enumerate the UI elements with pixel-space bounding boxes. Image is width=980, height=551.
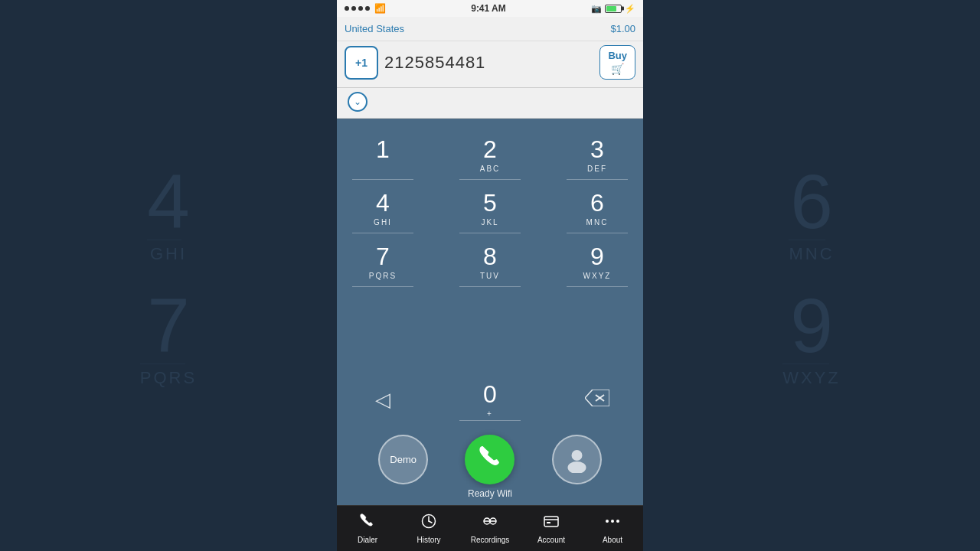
tab-account[interactable]: Account xyxy=(521,506,582,551)
signal-dot-1 xyxy=(345,6,349,11)
back-arrow-icon: ◁ xyxy=(375,388,390,412)
contacts-icon xyxy=(564,446,590,473)
action-row: ◁ 0 + xyxy=(337,375,643,427)
dial-key-9[interactable]: 9 WXYZ xyxy=(567,237,628,287)
delete-button[interactable] xyxy=(567,379,628,421)
wifi-icon: 📶 xyxy=(374,3,386,14)
dial-key-8[interactable]: 8 TUV xyxy=(459,237,521,287)
battery-fill xyxy=(606,6,617,11)
svg-rect-11 xyxy=(544,517,558,527)
bg-left: 4 GHI 7 PQRS xyxy=(0,0,337,551)
top-bar: United States $1.00 xyxy=(337,17,643,41)
dialpad-row-2: 4 GHI 5 JKL 6 MNC xyxy=(352,184,628,233)
country-code-button[interactable]: +1 xyxy=(345,46,378,80)
bg-right: 6 MNC 9 WXYZ xyxy=(643,0,980,551)
svg-point-14 xyxy=(606,520,609,523)
contacts-button[interactable] xyxy=(552,435,602,484)
dialpad: 1 2 ABC 3 DEF 4 GHI 5 xyxy=(337,119,643,375)
tab-account-label: Account xyxy=(537,536,565,544)
dial-key-5[interactable]: 5 JKL xyxy=(459,184,521,233)
bg-digit-4: 4 GHI xyxy=(147,163,190,264)
tab-history-label: History xyxy=(416,536,440,544)
phone-number-display: 2125854481 xyxy=(384,53,593,73)
demo-button[interactable]: Demo xyxy=(378,435,428,484)
signal-dot-2 xyxy=(351,6,356,11)
dial-key-7[interactable]: 7 PQRS xyxy=(352,237,413,287)
signal-dot-3 xyxy=(358,6,363,11)
svg-marker-0 xyxy=(585,390,609,406)
svg-point-15 xyxy=(611,520,614,523)
dialpad-row-1: 1 2 ABC 3 DEF xyxy=(352,130,628,180)
tab-about[interactable]: About xyxy=(582,506,643,551)
bg-digit-6: 6 MNC xyxy=(789,163,834,264)
phone-call-icon xyxy=(478,445,502,474)
chevron-down-button[interactable]: ⌄ xyxy=(348,92,368,112)
tab-history[interactable]: History xyxy=(398,506,459,551)
signal-dot-4 xyxy=(365,6,370,11)
delete-icon xyxy=(585,390,609,411)
dialpad-row-3: 7 PQRS 8 TUV 9 WXYZ xyxy=(352,237,628,287)
battery-icon xyxy=(605,5,622,13)
bg-digit-9: 9 WXYZ xyxy=(782,287,841,388)
bluetooth-icon: 📷 xyxy=(591,4,602,14)
chevron-down-icon: ⌄ xyxy=(354,97,361,106)
svg-line-7 xyxy=(429,521,432,523)
tab-dialer[interactable]: Dialer xyxy=(337,506,398,551)
dial-key-1[interactable]: 1 xyxy=(352,130,413,180)
signal-area: 📶 xyxy=(345,3,386,14)
svg-point-4 xyxy=(567,461,586,473)
dial-key-4[interactable]: 4 GHI xyxy=(352,184,413,233)
svg-point-16 xyxy=(616,520,619,523)
dialer-tab-icon xyxy=(359,513,376,533)
tab-bar: Dialer History xyxy=(337,505,643,551)
tab-recordings-label: Recordings xyxy=(471,536,510,544)
status-bar: 📶 9:41 AM 📷 ⚡ xyxy=(337,0,643,17)
tab-recordings[interactable]: Recordings xyxy=(459,506,521,551)
about-tab-icon xyxy=(604,513,621,533)
dial-key-2[interactable]: 2 ABC xyxy=(459,130,521,180)
phone-container: 📶 9:41 AM 📷 ⚡ United States $1.00 +1 212… xyxy=(337,0,643,551)
dialer-input-row: +1 2125854481 Buy 🛒 xyxy=(337,41,643,88)
ready-label: Ready Wifi xyxy=(337,488,643,505)
history-tab-icon xyxy=(420,513,437,533)
dial-key-3[interactable]: 3 DEF xyxy=(567,130,628,180)
recordings-tab-icon xyxy=(482,513,498,533)
svg-point-3 xyxy=(571,450,582,461)
status-time: 9:41 AM xyxy=(471,3,506,14)
svg-rect-13 xyxy=(547,522,550,523)
call-button[interactable] xyxy=(465,435,514,484)
country-label: United States xyxy=(345,23,404,34)
account-tab-icon xyxy=(543,513,560,533)
dial-key-0[interactable]: 0 + xyxy=(459,379,521,421)
battery-tip xyxy=(622,7,624,11)
balance-label: $1.00 xyxy=(610,23,635,34)
bg-digit-7: 7 PQRS xyxy=(140,287,197,388)
call-controls: Demo xyxy=(337,427,643,488)
dial-key-6[interactable]: 6 MNC xyxy=(567,184,628,233)
chevron-row: ⌄ xyxy=(337,88,643,119)
cart-icon: 🛒 xyxy=(611,63,624,75)
tab-dialer-label: Dialer xyxy=(358,536,377,544)
battery-area: 📷 ⚡ xyxy=(591,4,635,14)
back-button[interactable]: ◁ xyxy=(352,379,413,421)
buy-button[interactable]: Buy 🛒 xyxy=(599,45,635,80)
charging-icon: ⚡ xyxy=(625,4,635,14)
background-overlay: 4 GHI 7 PQRS 6 MNC 9 WXYZ xyxy=(0,0,980,551)
tab-about-label: About xyxy=(603,536,622,544)
